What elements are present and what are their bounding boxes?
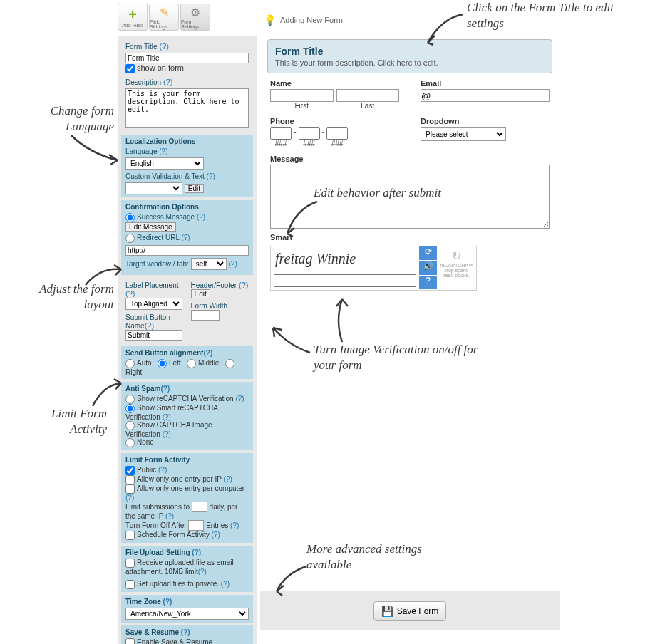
help-icon[interactable]: (?): [159, 147, 168, 155]
dropdown-select[interactable]: Please select: [421, 127, 506, 141]
help-icon[interactable]: (?): [192, 549, 201, 556]
message-label: Message: [270, 155, 550, 163]
help-icon[interactable]: (?): [212, 531, 220, 539]
save-icon: 💾: [381, 606, 393, 617]
phone-label: Phone: [270, 117, 399, 125]
recaptcha-radio[interactable]: [125, 395, 135, 404]
help-icon[interactable]: (?): [198, 568, 207, 576]
show-on-form-checkbox[interactable]: [125, 64, 135, 73]
help-icon[interactable]: (?): [203, 349, 212, 357]
add-field-button[interactable]: +Add Field: [118, 4, 148, 31]
form-title-input[interactable]: [125, 53, 249, 63]
success-message-radio[interactable]: [125, 213, 135, 222]
smart-recaptcha-radio[interactable]: [125, 404, 135, 413]
refresh-icon[interactable]: ⟳: [419, 246, 437, 261]
limit-submissions-input[interactable]: [192, 502, 207, 512]
file-upload-section: File Upload Setting (?) Receive uploaded…: [121, 546, 253, 592]
help-icon[interactable]: (?): [165, 512, 174, 520]
layout-section: Label Placement (?) Top Aligned Submit B…: [121, 278, 253, 343]
help-icon[interactable]: ?: [419, 276, 437, 290]
last-name-input[interactable]: [336, 89, 400, 102]
captcha-input[interactable]: [274, 274, 416, 287]
help-icon[interactable]: (?): [235, 395, 244, 402]
target-select[interactable]: self: [191, 258, 227, 270]
captcha-controls: ⟳ 🔊 ?: [419, 246, 437, 290]
save-resume-section: Save & Resume (?) Enable Save & Resume A…: [121, 625, 253, 644]
field-settings-button[interactable]: ✎Field Settings: [149, 4, 179, 31]
schedule-activity-checkbox[interactable]: [125, 531, 135, 540]
show-on-form-label: show on form: [137, 63, 184, 72]
phone-1-input[interactable]: [270, 127, 292, 140]
turn-off-after-input[interactable]: [188, 520, 204, 531]
edit-validation-button[interactable]: Edit: [185, 184, 204, 193]
align-middle-radio[interactable]: [187, 359, 196, 368]
help-icon[interactable]: (?): [181, 628, 190, 636]
phone-3-input[interactable]: [326, 127, 348, 140]
save-form-button[interactable]: 💾Save Form: [373, 601, 447, 621]
help-icon[interactable]: (?): [125, 289, 135, 298]
help-icon[interactable]: (?): [145, 321, 154, 330]
timezone-select[interactable]: America/New_York: [125, 608, 249, 620]
gear-icon: ⚙: [190, 6, 200, 19]
one-per-ip-checkbox[interactable]: [125, 475, 135, 484]
hint-text: 💡Adding New Form: [264, 14, 343, 26]
help-icon[interactable]: (?): [229, 260, 237, 268]
email-input[interactable]: [421, 89, 550, 102]
help-icon[interactable]: (?): [160, 42, 169, 51]
header-footer-edit-button[interactable]: Edit: [191, 289, 210, 298]
captcha-label: Smart: [270, 233, 550, 242]
help-icon[interactable]: (?): [163, 430, 171, 438]
plus-icon: +: [128, 6, 137, 23]
help-icon[interactable]: (?): [160, 385, 170, 393]
help-icon[interactable]: (?): [158, 466, 167, 474]
arrow-icon: [267, 324, 317, 360]
help-icon[interactable]: (?): [125, 494, 134, 502]
help-icon[interactable]: (?): [163, 413, 171, 421]
confirmation-section: Confirmation Options Success Message (?)…: [121, 200, 253, 275]
enable-save-resume-checkbox[interactable]: [125, 638, 135, 644]
help-icon[interactable]: (?): [197, 213, 205, 221]
captcha-image-radio[interactable]: [125, 421, 135, 430]
first-name-input[interactable]: [270, 89, 334, 102]
help-icon[interactable]: (?): [163, 598, 172, 606]
captcha-widget: freitag Winnie ⟳ 🔊 ? ↻ reCAPTCHA™ stop s…: [270, 246, 477, 291]
anti-spam-section: Anti Spam(?) Show reCAPTCHA Verification…: [121, 382, 253, 450]
help-icon[interactable]: (?): [224, 475, 232, 483]
bulb-icon: 💡: [264, 14, 276, 26]
email-attachment-checkbox[interactable]: [125, 559, 135, 568]
help-icon[interactable]: (?): [163, 78, 172, 86]
edit-message-button[interactable]: Edit Message: [125, 222, 176, 232]
footer-bar: 💾Save Form: [260, 591, 560, 630]
form-width-input[interactable]: [191, 310, 220, 321]
pencil-icon: ✎: [160, 6, 169, 19]
dropdown-label: Dropdown: [421, 117, 550, 125]
submit-name-input[interactable]: [125, 330, 182, 341]
form-settings-button[interactable]: ⚙Form Settings: [180, 4, 210, 31]
files-private-checkbox[interactable]: [125, 580, 135, 589]
none-radio[interactable]: [125, 438, 135, 447]
label-placement-select[interactable]: Top Aligned: [125, 298, 182, 310]
align-right-radio[interactable]: [225, 359, 234, 368]
localization-title: Localization Options: [125, 137, 249, 145]
language-select[interactable]: English: [125, 157, 204, 170]
send-alignment-section: Send Button alignment(?) Auto Left Middl…: [121, 346, 253, 379]
one-per-computer-checkbox[interactable]: [125, 484, 135, 494]
redirect-url-radio[interactable]: [125, 234, 135, 243]
preview-header[interactable]: Form Title This is your form description…: [267, 39, 552, 73]
help-icon[interactable]: (?): [207, 172, 215, 180]
custom-validation-select[interactable]: [125, 182, 182, 194]
audio-icon[interactable]: 🔊: [419, 261, 437, 275]
help-icon[interactable]: (?): [221, 580, 230, 588]
help-icon[interactable]: (?): [181, 234, 190, 242]
limit-activity-section: Limit Form Activity Public (?) Allow onl…: [121, 453, 253, 543]
align-left-radio[interactable]: [158, 359, 167, 368]
localization-section: Localization Options Language (?) Englis…: [121, 135, 253, 197]
description-input[interactable]: This is your form description. Click her…: [125, 88, 249, 128]
timezone-section: Time Zone (?) America/New_York: [121, 595, 253, 623]
help-icon[interactable]: (?): [239, 281, 248, 289]
redirect-url-input[interactable]: [125, 245, 249, 256]
help-icon[interactable]: (?): [230, 521, 239, 529]
align-auto-radio[interactable]: [125, 359, 135, 368]
phone-2-input[interactable]: [299, 127, 320, 140]
public-checkbox[interactable]: [125, 466, 135, 475]
